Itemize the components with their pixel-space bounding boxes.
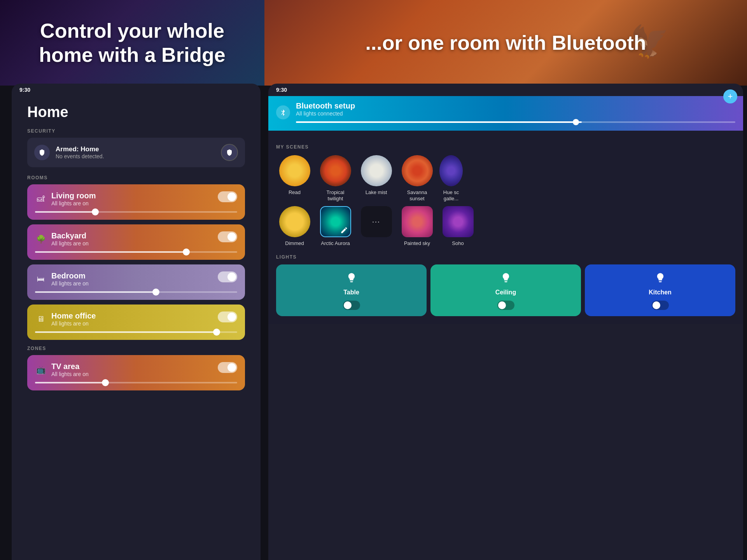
left-header-title: Control your whole home with a Bridge xyxy=(16,19,249,67)
scene-savanna-label: Savannasunset xyxy=(407,189,427,201)
room-card-living[interactable]: 🛋 Living room All lights are on xyxy=(27,184,245,220)
security-button[interactable] xyxy=(221,144,238,161)
light-ceiling[interactable]: Ceiling xyxy=(430,264,581,316)
light-kitchen[interactable]: Kitchen xyxy=(585,264,735,316)
bedroom-name: Bedroom xyxy=(51,271,89,280)
living-room-icon: 🛋 xyxy=(35,193,47,205)
tvarea-toggle[interactable] xyxy=(218,362,237,373)
home-title: Home xyxy=(27,104,245,121)
right-header-title: ...or one room with Bluetooth xyxy=(280,31,731,55)
scene-hue-label: Hue scgalle... xyxy=(443,189,459,201)
kitchen-light-toggle[interactable] xyxy=(652,301,669,310)
security-card[interactable]: Armed: Home No events detected. xyxy=(27,138,245,167)
homeoffice-name: Home office xyxy=(51,312,96,320)
zones-label: ZONES xyxy=(27,346,245,351)
backyard-toggle[interactable] xyxy=(218,231,237,242)
living-room-toggle[interactable] xyxy=(218,191,237,202)
left-device: 9:30 Home SECURITY Armed: Home No events… xyxy=(12,84,261,560)
scene-lake-label: Lake mist xyxy=(366,189,387,196)
scene-tropical[interactable]: Tropicaltwilight xyxy=(317,155,354,201)
table-bulb-icon xyxy=(346,272,357,286)
scene-soho-label: Soho xyxy=(452,240,464,247)
scene-painted[interactable]: Painted sky xyxy=(399,206,436,247)
backyard-name: Backyard xyxy=(51,231,89,240)
table-light-toggle[interactable] xyxy=(343,301,360,310)
tvarea-status: All lights are on xyxy=(51,371,89,377)
left-status-bar: 9:30 xyxy=(12,84,261,96)
scene-more[interactable]: ··· xyxy=(358,206,395,247)
security-label: SECURITY xyxy=(27,128,245,134)
room-card-homeoffice[interactable]: 🖥 Home office All lights are on xyxy=(27,304,245,340)
add-scene-button[interactable]: + xyxy=(723,89,737,103)
scene-arctic[interactable]: Arctic Aurora xyxy=(317,206,354,247)
security-icon xyxy=(34,145,50,160)
light-table[interactable]: Table xyxy=(276,264,427,316)
scene-read-label: Read xyxy=(289,189,301,196)
scene-painted-label: Painted sky xyxy=(404,240,430,247)
table-light-name: Table xyxy=(343,289,359,296)
bedroom-toggle[interactable] xyxy=(218,271,237,282)
security-status: No events detected. xyxy=(56,153,221,159)
scene-lake[interactable]: Lake mist xyxy=(358,155,395,201)
ceiling-light-name: Ceiling xyxy=(495,289,516,296)
homeoffice-status: All lights are on xyxy=(51,320,96,327)
tvarea-icon: 📺 xyxy=(35,364,47,376)
lights-grid: Table Ceiling Kitchen xyxy=(276,264,735,316)
ceiling-light-toggle[interactable] xyxy=(497,301,514,310)
bedroom-icon: 🛏 xyxy=(35,273,47,285)
backyard-status: All lights are on xyxy=(51,240,89,247)
backyard-icon: 🌳 xyxy=(35,233,47,245)
lights-label: LIGHTS xyxy=(276,254,735,260)
scene-soho[interactable]: Soho xyxy=(439,206,476,247)
scenes-label: MY SCENES xyxy=(276,144,735,150)
living-room-name: Living room xyxy=(51,191,96,200)
scene-read[interactable]: Read xyxy=(276,155,313,201)
bluetooth-header: Bluetooth setup All lights connected xyxy=(268,96,743,131)
rooms-label: ROOMS xyxy=(27,175,245,180)
tvarea-name: TV area xyxy=(51,362,89,371)
scene-dimmed[interactable]: Dimmed xyxy=(276,206,313,247)
bluetooth-subtitle: All lights connected xyxy=(296,110,735,117)
living-room-status: All lights are on xyxy=(51,200,96,206)
kitchen-bulb-icon xyxy=(655,272,666,286)
homeoffice-icon: 🖥 xyxy=(35,313,47,325)
kitchen-light-name: Kitchen xyxy=(649,289,672,296)
room-card-tvarea[interactable]: 📺 TV area All lights are on xyxy=(27,355,245,390)
scene-savanna[interactable]: Savannasunset xyxy=(399,155,436,201)
bluetooth-icon xyxy=(276,105,290,119)
room-card-bedroom[interactable]: 🛏 Bedroom All lights are on xyxy=(27,264,245,300)
homeoffice-toggle[interactable] xyxy=(218,312,237,322)
ceiling-bulb-icon xyxy=(500,272,511,286)
right-device: 9:30 Bluetooth setup All lights connecte… xyxy=(268,84,743,560)
right-status-bar: 9:30 xyxy=(268,84,743,96)
bluetooth-title: Bluetooth setup xyxy=(296,102,735,110)
scene-arctic-label: Arctic Aurora xyxy=(321,240,350,247)
scene-dimmed-label: Dimmed xyxy=(285,240,304,247)
scene-hue[interactable]: Hue scgalle... xyxy=(439,155,463,201)
scene-tropical-label: Tropicaltwilight xyxy=(327,189,345,201)
bedroom-status: All lights are on xyxy=(51,280,89,287)
security-name: Armed: Home xyxy=(56,145,221,153)
room-card-backyard[interactable]: 🌳 Backyard All lights are on xyxy=(27,224,245,260)
